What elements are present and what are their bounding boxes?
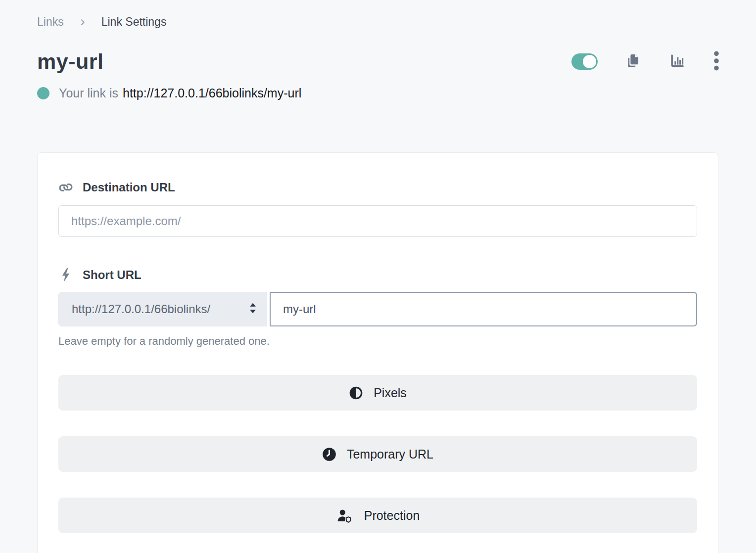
short-link-url[interactable]: http://127.0.0.1/66biolinks/my-url: [123, 86, 301, 100]
pixels-section-button[interactable]: Pixels: [58, 375, 697, 411]
short-url-label: Short URL: [83, 268, 142, 282]
destination-url-label-row: Destination URL: [58, 181, 697, 194]
link-enabled-toggle[interactable]: [571, 53, 598, 70]
status-text: Your link ishttp://127.0.0.1/66biolinks/…: [59, 86, 301, 100]
clock-icon: [322, 447, 336, 461]
breadcrumb-current: Link Settings: [101, 15, 167, 29]
page-header: my-url: [37, 49, 718, 74]
short-url-input-group: http://127.0.0.1/66biolinks/: [58, 292, 697, 326]
temporary-url-button-label: Temporary URL: [347, 447, 433, 461]
domain-select[interactable]: http://127.0.0.1/66biolinks/: [58, 292, 267, 326]
kebab-menu-icon: [713, 51, 720, 72]
destination-url-label: Destination URL: [83, 181, 175, 194]
header-controls: [571, 51, 720, 72]
protection-section-button[interactable]: Protection: [58, 498, 697, 533]
breadcrumb: Links Link Settings: [37, 0, 718, 29]
toggle-knob: [583, 55, 596, 68]
short-url-helper-text: Leave empty for a randomly generated one…: [58, 335, 697, 348]
user-shield-icon: [336, 508, 354, 523]
adjust-icon: [349, 386, 363, 400]
more-options-button[interactable]: [713, 51, 720, 72]
link-chain-icon: [58, 180, 73, 195]
pixels-button-label: Pixels: [374, 386, 407, 400]
statistics-button[interactable]: [669, 53, 685, 70]
statistics-icon: [669, 53, 685, 70]
short-url-input[interactable]: [270, 292, 697, 326]
page-title: my-url: [37, 49, 103, 74]
link-status-row: Your link ishttp://127.0.0.1/66biolinks/…: [37, 86, 718, 100]
lightning-bolt-icon: [58, 268, 73, 282]
copy-icon: [626, 52, 641, 71]
temporary-url-section-button[interactable]: Temporary URL: [58, 436, 697, 472]
status-prefix: Your link is: [59, 86, 118, 100]
sort-arrows-icon: [247, 302, 258, 317]
chevron-right-icon: [79, 18, 87, 26]
protection-button-label: Protection: [364, 508, 420, 523]
short-url-label-row: Short URL: [58, 268, 697, 282]
page-container: Links Link Settings my-url: [37, 0, 718, 553]
status-dot: [37, 87, 49, 99]
breadcrumb-links[interactable]: Links: [37, 15, 64, 29]
destination-url-input[interactable]: [58, 205, 697, 237]
domain-select-value: http://127.0.0.1/66biolinks/: [72, 302, 210, 316]
copy-link-button[interactable]: [626, 52, 641, 71]
link-settings-card: Destination URL Short URL http://127.0.0…: [37, 152, 718, 553]
